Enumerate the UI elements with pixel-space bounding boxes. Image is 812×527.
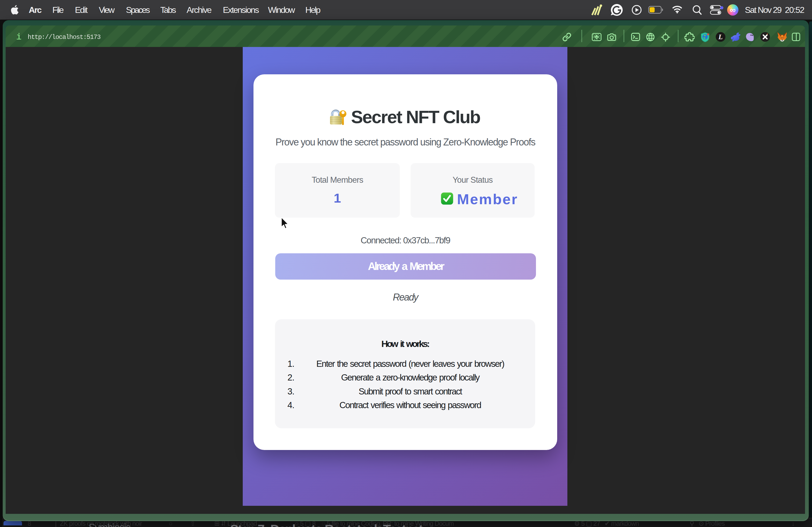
svg-text:L: L — [718, 33, 723, 41]
